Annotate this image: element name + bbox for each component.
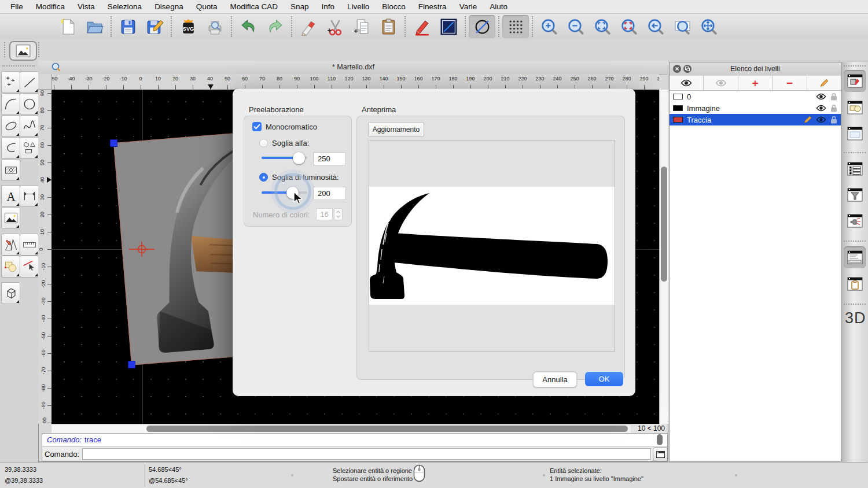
remove-layer-button[interactable]: −	[773, 76, 807, 90]
layer-row[interactable]: Immagine	[670, 102, 841, 114]
box3d-tool-button[interactable]	[1, 282, 20, 304]
horizontal-scrollbar-thumb[interactable]	[146, 426, 628, 432]
line-attributes-button[interactable]	[435, 15, 462, 38]
palette-clipboard-button[interactable]	[844, 273, 866, 295]
menu-aiuto[interactable]: Aiuto	[490, 2, 507, 11]
palette-tool-button[interactable]	[844, 210, 866, 232]
selection-handle[interactable]	[110, 139, 117, 147]
eye-icon[interactable]	[816, 93, 826, 100]
command-history-scrollbar-thumb[interactable]	[657, 434, 663, 445]
lock-icon[interactable]	[830, 116, 837, 124]
vertical-scrollbar-thumb[interactable]	[661, 167, 667, 282]
points-tool-button[interactable]	[1, 71, 20, 93]
line-tool-button[interactable]	[20, 71, 39, 93]
menu-blocco[interactable]: Blocco	[382, 2, 406, 11]
menu-disegna[interactable]: Disegna	[155, 2, 183, 11]
save-button[interactable]	[115, 15, 141, 38]
paste-button[interactable]	[375, 15, 402, 38]
add-layer-button[interactable]: +	[738, 76, 773, 90]
hatch-tool-button[interactable]	[1, 159, 20, 181]
lock-icon[interactable]	[830, 104, 837, 112]
lock-icon[interactable]	[830, 93, 837, 101]
dimension-tool-button[interactable]	[20, 185, 39, 207]
menu-info[interactable]: Info	[322, 2, 335, 11]
layer-color-swatch[interactable]	[673, 94, 683, 99]
palette-properties-button[interactable]	[844, 97, 866, 119]
layer-row-selected[interactable]: Traccia	[670, 114, 841, 125]
eye-icon[interactable]	[816, 105, 826, 112]
zoom-out-button[interactable]	[562, 15, 589, 38]
circle-tool-button[interactable]	[20, 93, 39, 115]
menu-vista[interactable]: Vista	[78, 2, 95, 11]
palette-layers-button[interactable]	[844, 70, 866, 92]
zoom-previous-button[interactable]	[642, 15, 669, 38]
layers-panel-titlebar[interactable]: Elenco dei livelli	[670, 62, 841, 76]
shapes-tool-button[interactable]	[20, 137, 39, 159]
menu-file[interactable]: File	[10, 2, 23, 11]
drafting-tools-button[interactable]	[1, 234, 20, 256]
print-preview-button[interactable]	[201, 15, 228, 38]
menu-snap[interactable]: Snap	[290, 2, 309, 11]
insert-image-button[interactable]	[1, 207, 20, 229]
undo-button[interactable]	[235, 15, 262, 38]
layer-color-swatch[interactable]	[673, 105, 683, 111]
selection-handle[interactable]	[128, 361, 135, 368]
pan-button[interactable]	[696, 15, 722, 38]
ellipse-mode-button[interactable]	[469, 15, 495, 38]
save-as-button[interactable]	[141, 15, 168, 38]
grid-toggle-button[interactable]	[502, 15, 529, 38]
layer-color-swatch[interactable]	[673, 117, 683, 123]
alpha-threshold-radio[interactable]	[259, 139, 268, 147]
text-tool-button[interactable]: A	[1, 185, 20, 207]
zoom-selection-button[interactable]	[616, 15, 642, 38]
polyline-tool-button[interactable]	[1, 137, 20, 159]
ruler-tool-button[interactable]	[20, 234, 39, 256]
command-window-button[interactable]	[653, 448, 668, 461]
delete-button[interactable]	[295, 15, 322, 38]
ellipse-tool-button[interactable]	[1, 115, 20, 137]
shape-edit-button[interactable]	[1, 256, 20, 278]
hide-layer-button[interactable]	[704, 76, 738, 90]
palette-blank-button[interactable]	[844, 123, 866, 145]
menu-varie[interactable]: Varie	[459, 2, 477, 11]
zoom-window-button[interactable]	[669, 15, 696, 38]
zoom-fit-button[interactable]	[589, 15, 616, 38]
image-tool-button[interactable]	[9, 41, 37, 61]
menu-livello[interactable]: Livello	[347, 2, 369, 11]
layer-row[interactable]: 0	[670, 91, 841, 102]
menu-finestra[interactable]: Finestra	[418, 2, 447, 11]
palette-3d-button[interactable]: 3D	[845, 309, 866, 327]
alpha-slider-knob[interactable]	[293, 152, 305, 164]
palette-list-button[interactable]	[844, 158, 866, 180]
draw-pencil-button[interactable]	[409, 15, 435, 38]
spline-tool-button[interactable]	[20, 115, 39, 137]
zoom-in-button[interactable]	[536, 15, 562, 38]
pencil-edit-icon[interactable]	[803, 116, 812, 124]
menu-modifica[interactable]: Modifica	[36, 2, 65, 11]
edit-layer-button[interactable]	[807, 76, 841, 90]
cut-button[interactable]	[322, 15, 348, 38]
ok-button[interactable]: OK	[585, 372, 623, 386]
monochrome-checkbox[interactable]	[252, 122, 262, 131]
palette-command-button[interactable]	[844, 246, 866, 268]
svg-export-button[interactable]: SVG	[175, 15, 201, 38]
menu-seleziona[interactable]: Seleziona	[108, 2, 142, 11]
new-file-button[interactable]	[54, 15, 81, 38]
command-input[interactable]	[82, 448, 651, 460]
redo-button[interactable]	[262, 15, 288, 38]
cancel-button[interactable]: Annulla	[533, 372, 577, 387]
luminosity-threshold-radio[interactable]	[259, 173, 268, 182]
show-layer-button[interactable]	[670, 76, 704, 90]
menu-quota[interactable]: Quota	[196, 2, 218, 11]
toolbox-drag-handle[interactable]	[2, 65, 35, 66]
update-preview-button[interactable]: Aggiornamento	[368, 122, 424, 137]
eye-icon[interactable]	[816, 116, 826, 123]
palette-filter-button[interactable]	[844, 184, 866, 206]
arc-tool-button[interactable]	[1, 93, 20, 115]
open-file-button[interactable]	[81, 15, 108, 38]
menu-modifica-cad[interactable]: Modifica CAD	[230, 2, 278, 11]
select-entity-button[interactable]	[20, 256, 39, 278]
alpha-value-field[interactable]: 250	[313, 152, 346, 165]
copy-button[interactable]	[348, 15, 375, 38]
luminosity-value-field[interactable]: 200	[313, 187, 346, 200]
